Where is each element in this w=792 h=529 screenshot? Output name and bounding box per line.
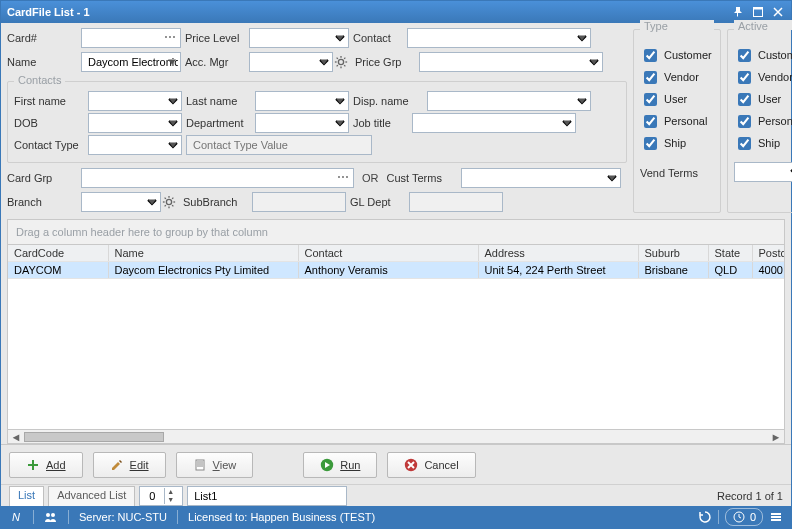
tab-list[interactable]: List <box>9 486 44 506</box>
label-cardgrp: Card Grp <box>7 172 77 184</box>
status-people-icon[interactable] <box>44 510 58 524</box>
svg-line-18 <box>165 205 166 206</box>
status-menu-icon[interactable] <box>769 510 783 524</box>
label-or: OR <box>358 172 383 184</box>
active-personal[interactable]: Personal <box>734 112 792 130</box>
status-clock[interactable]: 0 <box>725 508 763 526</box>
scroll-right-icon[interactable]: ► <box>770 432 782 442</box>
list-index-spinner[interactable]: ▲▼ <box>139 486 183 506</box>
active-customer[interactable]: Customer <box>734 46 792 64</box>
record-count: Record 1 of 1 <box>717 490 783 502</box>
cardgrp-input[interactable] <box>81 168 354 188</box>
type-ship[interactable]: Ship <box>640 134 714 152</box>
custterms-select[interactable] <box>461 168 621 188</box>
run-button[interactable]: Run <box>303 452 377 478</box>
svg-rect-31 <box>771 519 781 521</box>
col-address[interactable]: Address <box>478 245 638 262</box>
type-personal[interactable]: Personal <box>640 112 714 130</box>
label-lastname: Last name <box>186 95 251 107</box>
maximize-icon[interactable] <box>751 5 765 19</box>
gldept-input <box>409 192 503 212</box>
firstname-select[interactable] <box>88 91 182 111</box>
label-subbranch: SubBranch <box>183 196 248 208</box>
table-row[interactable]: DAYCOMDaycom Electronics Pty LimitedAnth… <box>8 262 784 279</box>
vendterms-select[interactable] <box>734 162 792 182</box>
tab-advanced[interactable]: Advanced List <box>48 486 135 506</box>
cancel-icon <box>404 458 418 472</box>
edit-button[interactable]: Edit <box>93 452 166 478</box>
col-contact[interactable]: Contact <box>298 245 478 262</box>
svg-point-27 <box>51 513 55 517</box>
svg-line-19 <box>172 198 173 199</box>
contacttype-value-input <box>186 135 372 155</box>
pricegrp-select[interactable] <box>419 52 603 72</box>
action-toolbar: Add Edit View Run Cancel <box>1 444 791 484</box>
name-select[interactable] <box>81 52 181 72</box>
accmgr-gear-icon[interactable] <box>332 52 350 72</box>
type-legend: Type <box>640 20 714 30</box>
svg-line-7 <box>337 58 338 59</box>
document-icon <box>193 458 207 472</box>
group-hint[interactable]: Drag a column header here to group by th… <box>8 220 784 245</box>
contact-select[interactable] <box>407 28 591 48</box>
svg-rect-29 <box>771 513 781 515</box>
svg-line-8 <box>344 65 345 66</box>
list-name-input[interactable] <box>187 486 347 506</box>
add-button[interactable]: Add <box>9 452 83 478</box>
branch-select[interactable] <box>81 192 161 212</box>
type-customer[interactable]: Customer <box>640 46 714 64</box>
spin-up-icon[interactable]: ▲ <box>165 488 176 496</box>
active-user[interactable]: User <box>734 90 792 108</box>
type-user[interactable]: User <box>640 90 714 108</box>
col-state[interactable]: State <box>708 245 752 262</box>
branch-gear-icon[interactable] <box>160 192 178 212</box>
cell-cardcode: DAYCOM <box>8 262 108 279</box>
jobtitle-select[interactable] <box>412 113 576 133</box>
cell-suburb: Brisbane <box>638 262 708 279</box>
results-table[interactable]: CardCode Name Contact Address Suburb Sta… <box>8 245 784 279</box>
view-button[interactable]: View <box>176 452 254 478</box>
h-scrollbar[interactable]: ◄ ► <box>8 429 784 443</box>
type-vendor[interactable]: Vendor <box>640 68 714 86</box>
label-jobtitle: Job title <box>353 117 408 129</box>
col-postcode[interactable]: Postcode <box>752 245 784 262</box>
lastname-select[interactable] <box>255 91 349 111</box>
filter-form: Card# Price Level Contact Name Acc. Mgr … <box>1 23 791 219</box>
scroll-thumb[interactable] <box>24 432 164 442</box>
label-branch: Branch <box>7 196 77 208</box>
status-bar: N Server: NUC-STU Licensed to: Happen Bu… <box>1 506 791 528</box>
active-ship[interactable]: Ship <box>734 134 792 152</box>
pricelevel-select[interactable] <box>249 28 349 48</box>
list-index-input[interactable] <box>140 489 164 503</box>
scroll-left-icon[interactable]: ◄ <box>10 432 22 442</box>
label-name: Name <box>7 56 77 68</box>
dob-select[interactable] <box>88 113 182 133</box>
col-name[interactable]: Name <box>108 245 298 262</box>
status-flag-icon[interactable]: N <box>9 510 23 524</box>
svg-point-2 <box>338 59 343 64</box>
cardno-input[interactable] <box>81 28 181 48</box>
svg-point-26 <box>46 513 50 517</box>
col-suburb[interactable]: Suburb <box>638 245 708 262</box>
pin-icon[interactable] <box>731 5 745 19</box>
spin-down-icon[interactable]: ▼ <box>165 496 176 504</box>
status-refresh-icon[interactable] <box>698 510 712 524</box>
cell-name: Daycom Electronics Pty Limited <box>108 262 298 279</box>
dispname-select[interactable] <box>427 91 591 111</box>
accmgr-select[interactable] <box>249 52 333 72</box>
clock-icon <box>732 510 746 524</box>
contacts-group: Contacts First name Last name Disp. name… <box>7 81 627 163</box>
type-group: Type Customer Vendor User Personal Ship … <box>633 29 721 213</box>
col-cardcode[interactable]: CardCode <box>8 245 108 262</box>
contacttype-select[interactable] <box>88 135 182 155</box>
results-grid: Drag a column header here to group by th… <box>7 219 785 444</box>
svg-rect-1 <box>754 8 763 10</box>
label-accmgr: Acc. Mgr <box>185 56 245 68</box>
label-contacttype: Contact Type <box>14 139 84 151</box>
cell-address: Unit 54, 224 Perth Street <box>478 262 638 279</box>
active-vendor[interactable]: Vendor <box>734 68 792 86</box>
department-select[interactable] <box>255 113 349 133</box>
cancel-button[interactable]: Cancel <box>387 452 475 478</box>
close-icon[interactable] <box>771 5 785 19</box>
subbranch-input <box>252 192 346 212</box>
